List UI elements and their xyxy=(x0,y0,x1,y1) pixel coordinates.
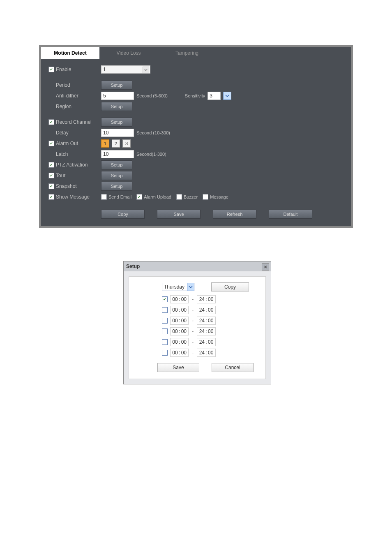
time-row-checkbox[interactable] xyxy=(162,350,168,356)
day-dropdown-value: Thursday xyxy=(164,284,184,290)
send-email-label: Send Email xyxy=(108,194,131,199)
latch-unit: Second(1-300) xyxy=(136,152,166,157)
time-row-checkbox[interactable] xyxy=(162,296,168,302)
snapshot-setup-button[interactable]: Setup xyxy=(101,182,132,191)
channel-dropdown-value: 1 xyxy=(103,67,106,72)
anti-dither-input[interactable]: 5 xyxy=(101,92,134,100)
time-row-checkbox[interactable] xyxy=(162,328,168,334)
dash-icon: - xyxy=(192,307,194,313)
delay-label: Delay xyxy=(56,130,101,136)
close-icon[interactable]: ✕ xyxy=(262,263,269,271)
time-from[interactable]: 00:00 xyxy=(170,295,189,303)
motion-detect-panel: Motion Detect Video Loss Tampering Enabl… xyxy=(39,45,353,228)
day-dropdown[interactable]: Thursday xyxy=(162,283,194,291)
record-channel-label: Record Channel xyxy=(56,119,101,125)
alarm-out-1[interactable]: 1 xyxy=(101,139,109,148)
alarm-out-checkbox[interactable] xyxy=(48,141,54,146)
dialog-title-bar: Setup ✕ xyxy=(124,261,271,271)
delay-input[interactable]: 10 xyxy=(101,129,134,137)
region-setup-button[interactable]: Setup xyxy=(101,102,132,111)
time-to[interactable]: 24:00 xyxy=(197,306,215,314)
latch-label: Latch xyxy=(56,151,101,157)
buzzer-checkbox[interactable] xyxy=(176,194,182,200)
save-button[interactable]: Save xyxy=(157,210,201,219)
ptz-activation-checkbox[interactable] xyxy=(48,162,54,168)
anti-dither-label: Anti-dither xyxy=(56,93,101,99)
time-row: 00:00-24:00 xyxy=(162,347,249,358)
tour-label: Tour xyxy=(56,173,101,178)
sensitivity-label: Sensitivity xyxy=(185,93,205,98)
panel-body: Enable 1 Period Setup Anti-dither 5 Seco… xyxy=(41,59,351,226)
show-message-checkbox[interactable] xyxy=(48,194,54,200)
dash-icon: - xyxy=(192,296,194,302)
time-to[interactable]: 24:00 xyxy=(197,349,215,357)
dialog-copy-button[interactable]: Copy xyxy=(211,282,249,291)
setup-dialog: Setup ✕ Thursday Copy 00:00-24:0000:00-2… xyxy=(123,261,271,384)
time-from[interactable]: 00:00 xyxy=(170,317,189,325)
enable-checkbox[interactable] xyxy=(48,67,54,72)
alarm-out-label: Alarm Out xyxy=(56,141,101,146)
buzzer-label: Buzzer xyxy=(184,194,198,199)
record-channel-setup-button[interactable]: Setup xyxy=(101,118,132,127)
dialog-cancel-button[interactable]: Cancel xyxy=(212,363,254,372)
time-row: 00:00-24:00 xyxy=(162,294,249,305)
dialog-title: Setup xyxy=(126,264,140,269)
sensitivity-dropdown-button[interactable] xyxy=(223,92,231,100)
time-to[interactable]: 24:00 xyxy=(197,317,215,325)
snapshot-checkbox[interactable] xyxy=(48,183,54,189)
time-row-checkbox[interactable] xyxy=(162,339,168,345)
time-row: 00:00-24:00 xyxy=(162,326,249,337)
time-row-checkbox[interactable] xyxy=(162,318,168,324)
dash-icon: - xyxy=(192,350,194,356)
time-from[interactable]: 00:00 xyxy=(170,306,189,314)
chevron-down-icon xyxy=(143,67,149,73)
time-row: 00:00-24:00 xyxy=(162,337,249,347)
record-channel-checkbox[interactable] xyxy=(48,119,54,125)
alarm-out-3[interactable]: 3 xyxy=(122,139,131,148)
period-label: Period xyxy=(56,82,101,88)
period-setup-button[interactable]: Setup xyxy=(101,81,132,90)
tab-bar: Motion Detect Video Loss Tampering xyxy=(41,47,351,59)
anti-dither-unit: Second (5-600) xyxy=(136,93,168,98)
time-to[interactable]: 24:00 xyxy=(197,295,215,303)
alarm-out-2[interactable]: 2 xyxy=(112,139,120,148)
channel-dropdown[interactable]: 1 xyxy=(101,65,150,74)
tour-setup-button[interactable]: Setup xyxy=(101,171,132,180)
copy-button[interactable]: Copy xyxy=(101,210,145,219)
default-button[interactable]: Default xyxy=(269,210,312,219)
ptz-activation-label: PTZ Activation xyxy=(56,162,101,168)
sensitivity-value: 3 xyxy=(208,92,221,100)
dash-icon: - xyxy=(192,339,194,345)
time-row: 00:00-24:00 xyxy=(162,305,249,315)
alarm-upload-checkbox[interactable] xyxy=(136,194,142,200)
time-to[interactable]: 24:00 xyxy=(197,338,215,346)
time-row-checkbox[interactable] xyxy=(162,307,168,313)
chevron-down-icon xyxy=(187,283,194,291)
snapshot-label: Snapshot xyxy=(56,183,101,189)
send-email-checkbox[interactable] xyxy=(101,194,107,200)
time-from[interactable]: 00:00 xyxy=(170,349,189,357)
dash-icon: - xyxy=(192,328,194,334)
alarm-upload-label: Alarm Upload xyxy=(144,194,171,199)
time-from[interactable]: 00:00 xyxy=(170,338,189,346)
latch-input[interactable]: 10 xyxy=(101,150,134,158)
region-label: Region xyxy=(56,104,101,109)
message-label: Message xyxy=(210,194,228,199)
ptz-setup-button[interactable]: Setup xyxy=(101,160,132,169)
show-message-label: Show Message xyxy=(56,194,101,200)
dash-icon: - xyxy=(192,318,194,324)
tab-video-loss[interactable]: Video Loss xyxy=(99,47,158,59)
tab-motion-detect[interactable]: Motion Detect xyxy=(41,47,99,59)
time-row: 00:00-24:00 xyxy=(162,315,249,326)
enable-label: Enable xyxy=(56,67,101,72)
tab-tampering[interactable]: Tampering xyxy=(158,47,216,59)
delay-unit: Second (10-300) xyxy=(136,130,170,135)
dialog-save-button[interactable]: Save xyxy=(157,363,199,372)
refresh-button[interactable]: Refresh xyxy=(213,210,256,219)
message-checkbox[interactable] xyxy=(203,194,208,200)
tour-checkbox[interactable] xyxy=(48,173,54,178)
time-to[interactable]: 24:00 xyxy=(197,327,215,335)
time-from[interactable]: 00:00 xyxy=(170,327,189,335)
